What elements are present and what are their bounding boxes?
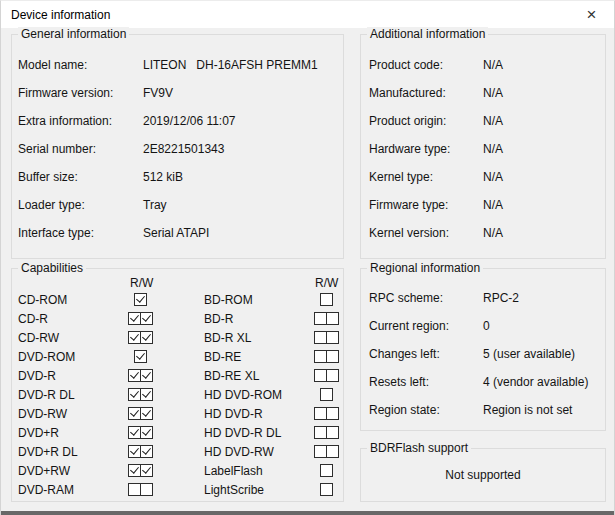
capability-label: BD-ROM: [204, 293, 314, 307]
capability-row: LightScribe: [204, 480, 344, 499]
capability-checkbox[interactable]: [140, 331, 153, 344]
info-row: Changes left:5 (user available): [361, 340, 605, 368]
info-value: 0: [483, 319, 490, 333]
rw-header-left: R/W: [130, 276, 153, 290]
capability-checkboxes: [128, 483, 158, 496]
rw-header-right: R/W: [315, 276, 338, 290]
capability-label: BD-R XL: [204, 331, 314, 345]
capability-row: BD-R XL: [204, 328, 344, 347]
group-general-information: General information Model name:LITEON DH…: [11, 34, 344, 259]
capability-label: BD-RE XL: [204, 369, 314, 383]
capability-checkbox[interactable]: [326, 445, 339, 458]
capability-label: HD DVD-RW: [204, 445, 314, 459]
capability-label: DVD-R: [18, 369, 128, 383]
capability-label: DVD-ROM: [18, 350, 128, 364]
capability-checkboxes: [128, 407, 158, 420]
group-title-regional: Regional information: [367, 261, 483, 276]
capability-checkbox[interactable]: [140, 445, 153, 458]
capability-checkbox[interactable]: [326, 312, 339, 325]
info-label: Hardware type:: [361, 142, 483, 156]
info-value: LITEON DH-16AFSH PREMM1: [143, 58, 318, 72]
capability-checkbox[interactable]: [326, 369, 339, 382]
info-row: Kernel type:N/A: [361, 163, 605, 191]
info-row: Region state:Region is not set: [361, 396, 605, 424]
titlebar: Device information ×: [1, 1, 614, 28]
capability-checkboxes: [314, 293, 344, 306]
capability-label: DVD+R: [18, 426, 128, 440]
capability-label: HD DVD-R: [204, 407, 314, 421]
capability-checkboxes: [314, 483, 344, 496]
capability-checkboxes: [128, 293, 158, 306]
info-row: Product code:N/A: [361, 51, 605, 79]
capability-row: DVD+R: [18, 423, 158, 442]
capability-checkbox[interactable]: [140, 407, 153, 420]
capability-row: LabelFlash: [204, 461, 344, 480]
close-button[interactable]: ×: [569, 1, 614, 28]
capabilities-column-left: CD-ROMCD-RCD-RWDVD-ROMDVD-RDVD-R DLDVD-R…: [18, 290, 158, 499]
info-label: Product origin:: [361, 114, 483, 128]
capability-checkbox[interactable]: [320, 483, 333, 496]
capability-checkbox[interactable]: [326, 407, 339, 420]
capability-checkbox[interactable]: [140, 464, 153, 477]
capability-checkbox[interactable]: [140, 312, 153, 325]
info-row: Loader type:Tray: [12, 191, 343, 219]
capability-label: CD-RW: [18, 331, 128, 345]
capability-checkboxes: [314, 445, 344, 458]
info-label: Firmware version:: [12, 86, 143, 100]
capability-row: HD DVD-R: [204, 404, 344, 423]
capability-checkboxes: [314, 407, 344, 420]
capability-row: DVD+R DL: [18, 442, 158, 461]
group-additional-information: Additional information Product code:N/AM…: [360, 34, 606, 259]
capability-checkbox[interactable]: [326, 426, 339, 439]
info-value: N/A: [483, 142, 503, 156]
info-value: N/A: [483, 170, 503, 184]
capability-checkbox[interactable]: [140, 388, 153, 401]
capability-label: DVD-RW: [18, 407, 128, 421]
group-title-capabilities: Capabilities: [18, 261, 86, 276]
capability-checkbox[interactable]: [326, 350, 339, 363]
capability-checkboxes: [314, 312, 344, 325]
info-label: Kernel version:: [361, 226, 483, 240]
info-value: N/A: [483, 86, 503, 100]
info-row: Hardware type:N/A: [361, 135, 605, 163]
capability-row: CD-R: [18, 309, 158, 328]
capability-row: HD DVD-RW: [204, 442, 344, 461]
capability-checkboxes: [128, 464, 158, 477]
capability-label: CD-R: [18, 312, 128, 326]
info-row: Current region:0: [361, 312, 605, 340]
capability-label: HD DVD-ROM: [204, 388, 314, 402]
capability-row: CD-RW: [18, 328, 158, 347]
capability-label: BD-R: [204, 312, 314, 326]
capability-checkbox[interactable]: [140, 369, 153, 382]
close-icon: ×: [587, 6, 597, 23]
capability-checkbox[interactable]: [320, 464, 333, 477]
capability-checkbox[interactable]: [140, 483, 153, 496]
capability-checkboxes: [128, 350, 158, 363]
capability-checkboxes: [128, 426, 158, 439]
info-value: Serial ATAPI: [143, 226, 209, 240]
capability-checkbox[interactable]: [134, 293, 147, 306]
info-label: Firmware type:: [361, 198, 483, 212]
info-value: N/A: [483, 226, 503, 240]
capability-checkboxes: [314, 331, 344, 344]
capability-row: BD-R: [204, 309, 344, 328]
info-label: Current region:: [361, 319, 483, 333]
capability-checkbox[interactable]: [320, 388, 333, 401]
capability-checkbox[interactable]: [134, 350, 147, 363]
info-label: Region state:: [361, 403, 483, 417]
capability-checkbox[interactable]: [326, 331, 339, 344]
info-row: Resets left:4 (vendor available): [361, 368, 605, 396]
info-value: N/A: [483, 198, 503, 212]
capability-row: BD-RE XL: [204, 366, 344, 385]
info-label: Changes left:: [361, 347, 483, 361]
capability-checkbox[interactable]: [140, 426, 153, 439]
capability-checkboxes: [128, 331, 158, 344]
info-value: 4 (vendor available): [483, 375, 588, 389]
info-row: Extra information:2019/12/06 11:07: [12, 107, 343, 135]
bdrflash-status: Not supported: [361, 449, 605, 501]
capability-checkboxes: [128, 388, 158, 401]
capability-checkbox[interactable]: [320, 293, 333, 306]
info-value: N/A: [483, 114, 503, 128]
capability-checkboxes: [128, 312, 158, 325]
group-bdrflash-support: BDRFlash support Not supported: [360, 448, 606, 502]
